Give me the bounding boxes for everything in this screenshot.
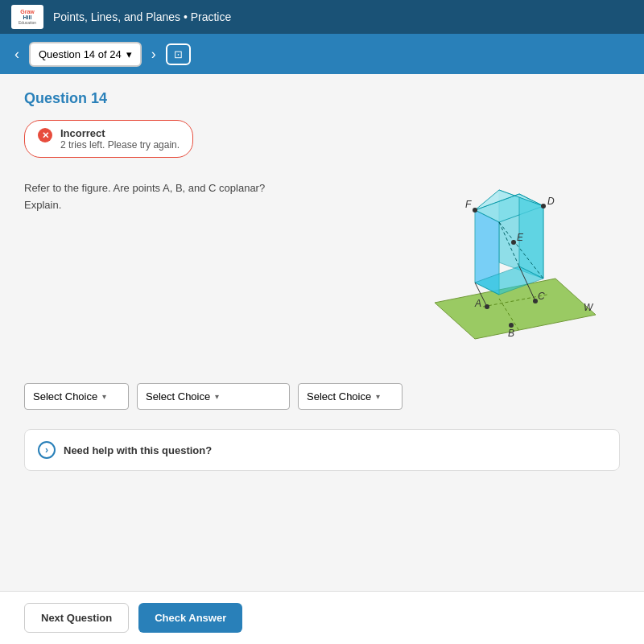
question-body-text: Refer to the figure. Are points A, B, an… xyxy=(24,174,282,214)
incorrect-text-block: Incorrect 2 tries left. Please try again… xyxy=(60,127,180,151)
svg-text:D: D xyxy=(547,196,555,207)
logo-hill: Hill xyxy=(23,14,32,20)
footer-bar: Next Question Check Answer xyxy=(0,591,644,644)
logo-graw: Graw xyxy=(20,9,35,14)
prev-question-button[interactable]: ‹ xyxy=(11,43,23,66)
bookmark-button[interactable]: ⊡ xyxy=(166,43,191,65)
dropdown-2-label: Select Choice xyxy=(146,390,210,402)
svg-text:C: C xyxy=(538,291,545,302)
dropdowns-row: Select Choice ▾ Select Choice ▾ Select C… xyxy=(24,383,620,410)
geometry-figure: F D E A C B W xyxy=(394,174,604,367)
svg-text:A: A xyxy=(474,298,481,309)
dropdown-3-label: Select Choice xyxy=(307,390,371,402)
main-content: Question 14 ✕ Incorrect 2 tries left. Pl… xyxy=(0,74,644,597)
dropdown-1-arrow: ▾ xyxy=(102,392,106,401)
svg-point-19 xyxy=(485,304,489,309)
question-selector[interactable]: Question 14 of 24 ▾ xyxy=(29,42,142,67)
dropdown-2-arrow: ▾ xyxy=(215,392,219,401)
logo-edu: Education xyxy=(19,20,36,25)
incorrect-badge: ✕ Incorrect 2 tries left. Please try aga… xyxy=(24,120,193,158)
svg-point-13 xyxy=(473,208,477,213)
next-question-button[interactable]: › xyxy=(148,43,159,66)
dropdown-2[interactable]: Select Choice ▾ xyxy=(137,383,290,410)
question-title: Question 14 xyxy=(24,90,620,107)
figure-container: F D E A C B W xyxy=(298,174,620,367)
app-header: Graw Hill Education Points, Lines, and P… xyxy=(0,0,644,34)
nav-bar: ‹ Question 14 of 24 ▾ › ⊡ xyxy=(0,34,644,74)
svg-text:B: B xyxy=(508,328,514,339)
svg-point-15 xyxy=(541,204,546,208)
next-question-button[interactable]: Next Question xyxy=(24,603,129,633)
page-title: Points, Lines, and Planes • Practice xyxy=(53,10,231,23)
question-selector-label: Question 14 of 24 xyxy=(39,48,122,60)
dropdown-1[interactable]: Select Choice ▾ xyxy=(24,383,129,410)
svg-text:E: E xyxy=(517,232,524,243)
selector-dropdown-arrow: ▾ xyxy=(126,48,132,60)
check-answer-button[interactable]: Check Answer xyxy=(138,603,242,633)
help-section[interactable]: › Need help with this question? xyxy=(24,429,620,471)
svg-text:F: F xyxy=(465,199,472,210)
dropdown-1-label: Select Choice xyxy=(33,390,97,402)
question-content-area: Refer to the figure. Are points A, B, an… xyxy=(24,174,620,367)
incorrect-icon: ✕ xyxy=(38,128,52,142)
dropdown-3[interactable]: Select Choice ▾ xyxy=(298,383,402,410)
logo: Graw Hill Education xyxy=(11,5,43,29)
help-label: Need help with this question? xyxy=(64,444,212,456)
svg-point-17 xyxy=(511,240,516,245)
help-icon: › xyxy=(38,441,56,459)
svg-text:W: W xyxy=(584,302,594,313)
incorrect-subtitle: 2 tries left. Please try again. xyxy=(60,139,180,151)
incorrect-title: Incorrect xyxy=(60,127,180,139)
dropdown-3-arrow: ▾ xyxy=(376,392,380,401)
